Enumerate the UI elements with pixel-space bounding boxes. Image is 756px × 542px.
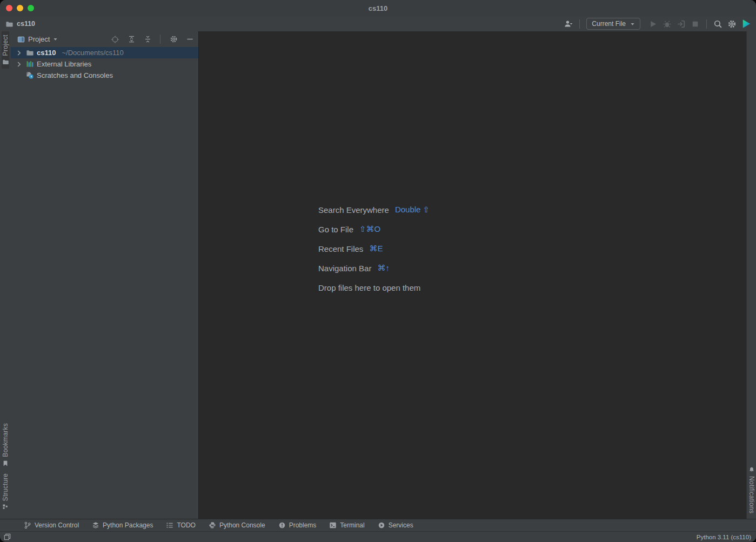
tree-item-name: External Libraries: [37, 60, 91, 68]
shortcut-keys: ⌘↑: [377, 263, 390, 273]
status-bar: Python 3.11 (cs110): [0, 531, 756, 542]
external-libraries-icon: [26, 60, 34, 68]
tool-window-tab-project[interactable]: Project: [2, 31, 9, 69]
tool-window-layout-icon[interactable]: [3, 533, 11, 541]
folder-icon: [5, 20, 14, 28]
services-icon: [378, 521, 385, 529]
stop-button[interactable]: [691, 19, 700, 29]
project-tree: cs110 ~/Documents/cs110 External Librari…: [11, 47, 198, 81]
right-tool-window-strip: Notifications: [746, 31, 756, 519]
bottom-tool-window-bar: Version Control Python Packages TODO Pyt…: [0, 519, 756, 531]
tab-label: Python Console: [219, 521, 265, 529]
collapse-all-icon[interactable]: [144, 35, 152, 43]
tree-item-name: Scratches and Consoles: [37, 71, 113, 79]
shortcut-label: Drop files here to open them: [318, 283, 420, 292]
shortcut-label: Go to File: [318, 225, 353, 234]
project-panel-header: Project: [11, 31, 198, 47]
settings-gear-icon[interactable]: [727, 19, 737, 29]
shortcut-label: Search Everywhere: [318, 205, 389, 215]
terminal-icon: [329, 521, 337, 529]
tab-label: Problems: [289, 521, 317, 529]
tool-window-tab-python-console[interactable]: Python Console: [209, 521, 265, 529]
shortcut-keys: ⇧⌘O: [359, 224, 380, 234]
bookmark-icon: [2, 460, 9, 467]
tool-window-tab-structure[interactable]: Structure: [2, 470, 9, 513]
shortcut-row: Search Everywhere Double ⇧: [318, 200, 430, 219]
search-everywhere-icon[interactable]: [713, 19, 722, 29]
notifications-bell-icon: [748, 466, 755, 473]
window-title: cs110: [0, 4, 756, 12]
main-toolbar: cs110 Current File: [0, 16, 756, 31]
run-configuration-label: Current File: [592, 20, 626, 28]
pycharm-logo-icon[interactable]: [741, 19, 751, 29]
shortcut-row: Recent Files ⌘E: [318, 239, 430, 258]
chevron-down-icon: [630, 22, 635, 26]
shortcut-row: Go to File ⇧⌘O: [318, 219, 430, 239]
tool-window-tab-todo[interactable]: TODO: [166, 521, 195, 529]
tool-window-tab-services[interactable]: Services: [378, 521, 413, 529]
hide-panel-icon[interactable]: [186, 35, 194, 43]
shortcut-hints: Search Everywhere Double ⇧ Go to File ⇧⌘…: [318, 200, 430, 297]
chevron-down-icon[interactable]: [53, 37, 58, 42]
project-tool-window-icon: [17, 36, 25, 43]
tree-row-project-root[interactable]: cs110 ~/Documents/cs110: [11, 47, 198, 58]
tab-label: Structure: [2, 473, 9, 501]
tab-label: Services: [389, 521, 413, 529]
titlebar: cs110: [0, 0, 756, 16]
debug-button[interactable]: [663, 19, 672, 29]
panel-options-gear-icon[interactable]: [170, 35, 178, 43]
chevron-right-icon[interactable]: [15, 60, 23, 69]
shortcut-keys: Double ⇧: [395, 205, 430, 215]
select-opened-file-icon[interactable]: [111, 35, 119, 44]
structure-icon: [2, 504, 9, 510]
shortcut-row: Navigation Bar ⌘↑: [318, 258, 430, 278]
toolbar-separator: [579, 19, 580, 29]
layers-icon: [92, 521, 99, 529]
pycharm-window: cs110 cs110 Current File: [0, 0, 756, 542]
run-with-coverage-button[interactable]: [677, 19, 686, 29]
expand-all-icon[interactable]: [128, 35, 136, 43]
git-branch-icon: [24, 521, 31, 529]
tab-label: Version Control: [35, 521, 79, 529]
python-icon: [209, 521, 216, 529]
scratches-icon: [26, 71, 34, 79]
breadcrumb-label: cs110: [17, 20, 35, 28]
tool-window-tab-version-control[interactable]: Version Control: [24, 521, 79, 529]
shortcut-keys: ⌘E: [369, 244, 383, 253]
chevron-right-icon[interactable]: [15, 49, 23, 57]
panel-title[interactable]: Project: [28, 35, 50, 43]
breadcrumb[interactable]: cs110: [5, 20, 35, 28]
tab-label: Terminal: [340, 521, 364, 529]
python-interpreter-widget[interactable]: Python 3.11 (cs110): [697, 534, 751, 540]
shortcut-label: Navigation Bar: [318, 264, 371, 273]
tree-item-name: cs110: [37, 49, 56, 57]
tool-window-tab-bookmarks[interactable]: Bookmarks: [2, 420, 9, 470]
todo-list-icon: [166, 521, 173, 529]
tool-window-tab-problems[interactable]: Problems: [278, 521, 317, 529]
tool-window-tab-notifications[interactable]: Notifications: [748, 463, 755, 517]
folder-icon: [26, 49, 34, 57]
toolbar-separator: [706, 19, 707, 29]
problems-icon: [278, 521, 286, 529]
tool-window-tab-terminal[interactable]: Terminal: [329, 521, 364, 529]
tree-item-path: ~/Documents/cs110: [62, 49, 123, 57]
tool-window-tab-python-packages[interactable]: Python Packages: [92, 521, 153, 529]
tab-label: Bookmarks: [2, 423, 9, 457]
tab-label: Project: [2, 35, 9, 56]
tab-label: Notifications: [748, 476, 755, 513]
folder-icon: [2, 58, 9, 65]
left-tool-window-strip: Project Bookmarks Structure: [0, 31, 11, 519]
run-configuration-selector[interactable]: Current File: [586, 18, 640, 30]
tree-row-scratches[interactable]: Scratches and Consoles: [11, 70, 198, 81]
shortcut-row: Drop files here to open them: [318, 278, 430, 297]
tab-label: TODO: [177, 521, 195, 529]
editor-area[interactable]: Search Everywhere Double ⇧ Go to File ⇧⌘…: [199, 31, 746, 519]
tree-row-external-libraries[interactable]: External Libraries: [11, 58, 198, 70]
shortcut-label: Recent Files: [318, 244, 363, 253]
panel-header-separator: [160, 35, 160, 44]
user-account-icon[interactable]: [564, 19, 573, 29]
tab-label: Python Packages: [103, 521, 153, 529]
run-button[interactable]: [648, 19, 658, 29]
project-tool-window: Project: [11, 31, 199, 519]
